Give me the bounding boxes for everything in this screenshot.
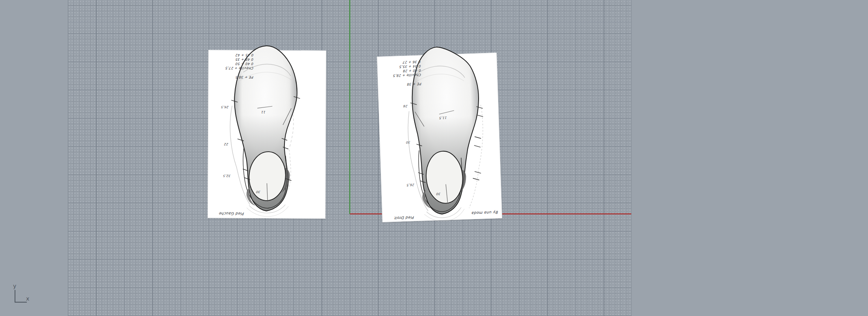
edge-measure-label: 26,5: [221, 105, 228, 109]
gizmo-x-arm: [15, 302, 27, 303]
gizmo-y-label: y: [13, 283, 16, 289]
axis-orientation-gizmo: y x: [12, 284, 36, 307]
note-line: 0 40 + 50: [215, 61, 254, 66]
edge-measure-label: 32,5: [223, 174, 231, 178]
note-line: 0 48 + 35: [215, 57, 254, 61]
gizmo-y-arm: [15, 290, 15, 303]
y-axis-line: [349, 0, 350, 214]
heel-width-label: 30: [436, 192, 441, 196]
edge-measure-label: 26,5: [407, 182, 415, 187]
note-line: 0 45 + 42: [215, 53, 254, 57]
cad-viewport[interactable]: y x: [0, 0, 868, 316]
left-foot-sketch-card[interactable]: PE + 38,5 Cheville + 27,5 0 40 + 50 0 48…: [208, 50, 326, 218]
edge-measure-label: 30: [406, 140, 410, 144]
note-line: Cheville + 27,5: [215, 66, 254, 70]
edge-measure-label: 22: [224, 142, 228, 147]
foot-caption: Pied Droit: [395, 215, 415, 220]
brand-caption: By una moda: [471, 210, 498, 215]
gizmo-x-label: x: [26, 295, 29, 302]
ball-width-label: 11,5: [439, 115, 447, 120]
right-foot-sketch-card[interactable]: PE + 38 Cheville + 28,5 0 40 + 28 0 34 +…: [377, 53, 502, 222]
foot-caption: Pied Gauche: [219, 211, 244, 216]
note-line: PE + 38,5: [215, 75, 254, 79]
measurement-notes: PE + 38 Cheville + 28,5 0 40 + 28 0 34 +…: [382, 59, 421, 87]
edge-measure-label: 28: [403, 104, 408, 108]
ball-width-label: 11: [261, 110, 266, 114]
measurement-notes: PE + 38,5 Cheville + 27,5 0 40 + 50 0 48…: [215, 53, 254, 79]
heel-width-label: 30: [256, 190, 260, 194]
